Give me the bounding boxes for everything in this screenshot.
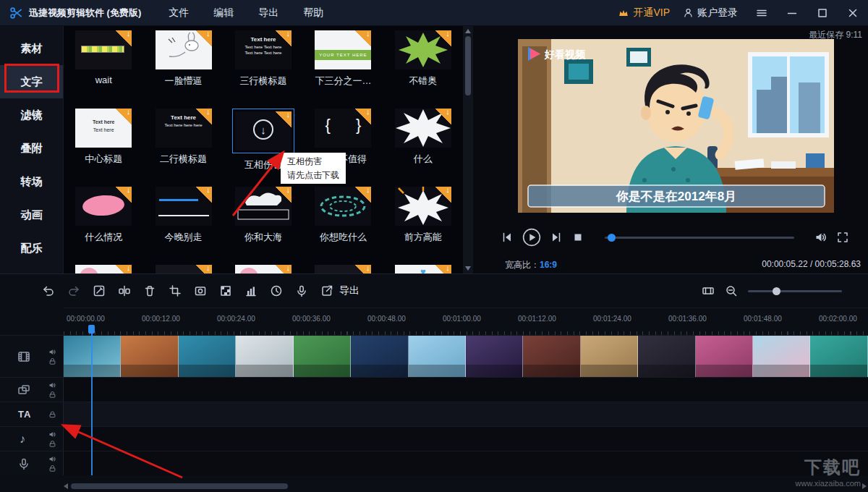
prev-frame-icon[interactable] [501, 231, 514, 244]
template-item-6[interactable]: Text hereText here here here二行横标题 [143, 109, 223, 187]
music-lock-icon[interactable] [48, 440, 56, 448]
sidebar-item-2[interactable]: 滤镜 [0, 98, 63, 132]
sidebar-item-1[interactable]: 文字 [0, 65, 63, 98]
delete-button[interactable] [143, 284, 156, 297]
menubar-item-1[interactable]: 编辑 [213, 7, 234, 20]
fit-timeline-icon[interactable] [702, 284, 715, 297]
sidebar-item-3[interactable]: 叠附 [0, 132, 63, 165]
template-item-3[interactable]: YOUR TEXT HERE下三分之一… [303, 30, 383, 109]
voiceover-mute-icon[interactable] [48, 455, 56, 463]
overlay-lock-icon[interactable] [48, 391, 56, 399]
template-item-14[interactable]: 前方高能 [383, 187, 463, 265]
timeline-toolbar: 导出 [0, 274, 868, 308]
audio-levels-button[interactable] [244, 284, 258, 297]
template-item-5[interactable]: Text hereText here中心标题 [64, 109, 143, 187]
template-item-16[interactable] [143, 265, 223, 273]
fullscreen-icon[interactable] [836, 231, 849, 244]
video-clip-area[interactable] [64, 336, 868, 377]
template-item-11[interactable]: 今晚别走 [143, 187, 223, 265]
template-item-4[interactable]: 不错奥 [383, 30, 463, 109]
music-clip-area[interactable] [64, 427, 868, 451]
scrollbar-thumb[interactable] [465, 36, 471, 96]
template-item-17[interactable] [224, 265, 303, 273]
overlay-clip-area[interactable] [64, 378, 868, 402]
voiceover-clip-area[interactable] [64, 451, 868, 475]
template-item-13[interactable]: 你想吃什么 [303, 187, 383, 265]
video-clip-thumbnail[interactable] [810, 336, 867, 377]
duration-button[interactable] [270, 284, 283, 297]
template-item-10[interactable]: 什么情况 [64, 187, 143, 265]
crop-button[interactable] [169, 284, 182, 297]
menubar-item-0[interactable]: 文件 [169, 7, 189, 20]
next-frame-icon[interactable] [550, 231, 563, 244]
template-item-0[interactable]: wait [64, 30, 143, 109]
undo-button[interactable] [42, 284, 55, 297]
minimize-icon[interactable] [786, 7, 799, 20]
video-clip-thumbnail[interactable] [179, 336, 236, 377]
template-item-18[interactable] [303, 265, 383, 273]
volume-icon[interactable] [814, 231, 827, 244]
video-preview[interactable]: 你是不是在2012年8月 好看视频 [518, 39, 834, 213]
video-clip-thumbnail[interactable] [753, 336, 810, 377]
video-clip-thumbnail[interactable] [638, 336, 695, 377]
video-clip-thumbnail[interactable] [236, 336, 293, 377]
video-mute-icon[interactable] [48, 348, 56, 356]
video-clip-thumbnail[interactable] [351, 336, 408, 377]
video-track-header [0, 336, 64, 377]
video-clip-thumbnail[interactable] [696, 336, 753, 377]
overlay-mute-icon[interactable] [48, 381, 56, 389]
video-clip-thumbnail[interactable] [466, 336, 523, 377]
template-item-9[interactable]: 什么 [383, 109, 463, 187]
text-clip-area[interactable] [64, 402, 868, 426]
template-item-12[interactable]: 你和大海 [224, 187, 303, 265]
video-clip-thumbnail[interactable] [581, 336, 638, 377]
template-item-2[interactable]: Text hereText here Text hereText here Te… [224, 30, 303, 109]
menubar-item-2[interactable]: 导出 [258, 7, 278, 20]
video-clip-thumbnail[interactable] [121, 336, 178, 377]
template-item-19[interactable]: ♥ [383, 265, 463, 273]
scroll-left-icon[interactable] [64, 483, 68, 489]
record-voice-button[interactable] [295, 284, 308, 297]
music-mute-icon[interactable] [48, 430, 56, 438]
maximize-icon[interactable] [816, 7, 829, 20]
seek-handle[interactable] [608, 234, 616, 242]
timeline-scrollbar-thumb[interactable] [71, 483, 288, 489]
hamburger-menu-icon[interactable] [755, 7, 768, 20]
stop-icon[interactable] [571, 231, 584, 244]
timeline-scrollbar[interactable] [64, 483, 867, 490]
split-button[interactable] [118, 284, 131, 297]
sidebar-item-6[interactable]: 配乐 [0, 232, 63, 265]
zoom-out-icon[interactable] [725, 284, 738, 297]
sidebar-item-0[interactable]: 素材 [0, 32, 63, 65]
zoom-slider[interactable] [748, 290, 842, 292]
template-scrollbar[interactable] [463, 26, 473, 273]
sidebar-item-4[interactable]: 转场 [0, 165, 63, 198]
scroll-down-icon[interactable] [465, 266, 471, 271]
freeze-frame-button[interactable] [194, 284, 207, 297]
video-clip-thumbnail[interactable] [294, 336, 351, 377]
seek-slider[interactable] [605, 237, 794, 239]
voiceover-lock-icon[interactable] [48, 465, 56, 472]
export-icon[interactable] [320, 284, 333, 297]
close-icon[interactable] [846, 7, 859, 20]
menubar-item-3[interactable]: 帮助 [303, 7, 323, 20]
redo-button[interactable] [67, 284, 80, 297]
play-icon[interactable] [522, 228, 541, 247]
scroll-up-icon[interactable] [465, 29, 471, 33]
scroll-right-icon[interactable] [862, 483, 867, 489]
sidebar-item-5[interactable]: 动画 [0, 198, 63, 232]
text-lock-icon[interactable] [48, 410, 56, 418]
edit-button[interactable] [93, 284, 106, 297]
video-clip-thumbnail[interactable] [409, 336, 466, 377]
video-lock-icon[interactable] [48, 357, 56, 365]
account-login-button[interactable]: 账户登录 [683, 7, 738, 20]
mosaic-button[interactable] [219, 284, 232, 297]
zoom-slider-handle[interactable] [773, 287, 780, 295]
template-item-1[interactable]: 一脸懵逼 [143, 30, 223, 109]
open-vip-button[interactable]: 开通VIP [618, 7, 670, 20]
video-clip-thumbnail[interactable] [523, 336, 580, 377]
playhead-handle[interactable] [88, 325, 95, 334]
export-button[interactable]: 导出 [339, 284, 359, 297]
timeline-ruler[interactable]: 00:00:00.0000:00:12.0000:00:24.0000:00:3… [64, 308, 868, 335]
template-item-15[interactable] [64, 265, 143, 273]
